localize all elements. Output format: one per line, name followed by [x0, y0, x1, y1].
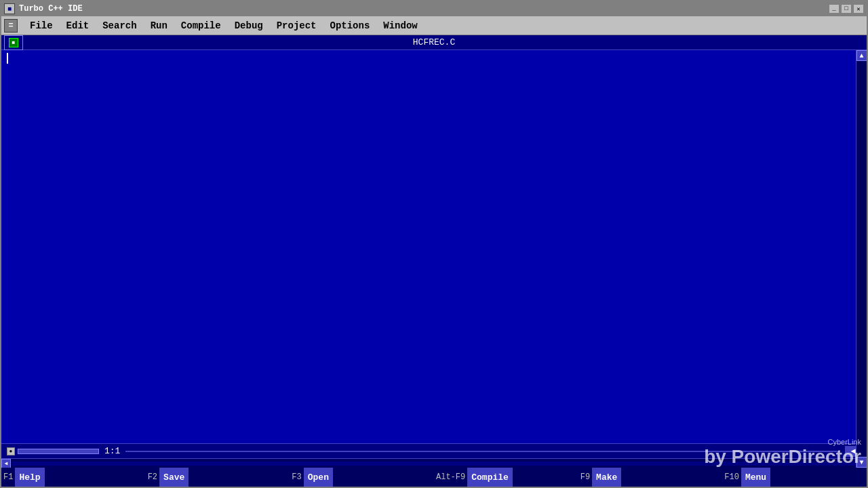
- system-menu-button[interactable]: =: [4, 19, 18, 33]
- status-divider: [125, 451, 840, 452]
- cursor-position: 1:1: [104, 446, 120, 456]
- status-scroll-left[interactable]: ●: [7, 447, 15, 455]
- menu-item-project[interactable]: Project: [270, 19, 323, 33]
- menu-item-compile[interactable]: Compile: [174, 19, 228, 33]
- horizontal-scroll-track[interactable]: [12, 462, 856, 466]
- scroll-left-button[interactable]: ◀: [1, 459, 11, 468]
- fkey-label-save[interactable]: Save: [159, 468, 189, 487]
- fkey-open: F3 Open: [290, 468, 434, 487]
- title-bar: ■ Turbo C++ IDE _ □ ✕: [1, 1, 867, 16]
- function-key-bar: F1 Help F2 Save F3 Open Alt-F9 Compile F…: [1, 468, 867, 487]
- app-title: Turbo C++ IDE: [19, 4, 825, 14]
- file-tab[interactable]: ■: [4, 35, 23, 50]
- fkey-help: F1 Help: [1, 468, 146, 487]
- fkey-label-menu[interactable]: Menu: [741, 468, 770, 487]
- fkey-label-compile[interactable]: Compile: [467, 468, 513, 487]
- menu-bar: = File Edit Search Run Compile Debug Pro…: [1, 16, 867, 35]
- menu-item-options[interactable]: Options: [323, 19, 377, 33]
- scroll-down-button[interactable]: ▼: [856, 457, 867, 468]
- fkey-menu: F10 Menu: [722, 468, 867, 487]
- fkey-num-altf9: Alt-F9: [434, 472, 467, 482]
- tab-icon[interactable]: ■: [9, 38, 18, 47]
- fkey-num-2: F2: [146, 472, 159, 482]
- close-button[interactable]: ✕: [853, 4, 864, 14]
- fkey-num-1: F1: [1, 472, 15, 482]
- fkey-num-3: F3: [290, 472, 303, 482]
- status-bar: ● 1:1 ◀: [1, 443, 867, 458]
- fkey-save: F2 Save: [146, 468, 290, 487]
- tab-title: HCFREC.C: [413, 37, 455, 47]
- cursor-line: [7, 53, 861, 64]
- window-controls: _ □ ✕: [829, 4, 864, 14]
- fkey-num-f9: F9: [578, 472, 592, 482]
- menu-item-run[interactable]: Run: [144, 19, 174, 33]
- maximize-button[interactable]: □: [841, 4, 852, 14]
- right-scrollbar: ▲ ▼: [856, 50, 867, 468]
- menu-item-window[interactable]: Window: [376, 19, 424, 33]
- menu-item-file[interactable]: File: [23, 19, 60, 33]
- text-cursor: [7, 53, 8, 64]
- fkey-label-open[interactable]: Open: [304, 468, 333, 487]
- status-scroll-bar[interactable]: [18, 449, 99, 454]
- menu-item-search[interactable]: Search: [96, 19, 143, 33]
- app-icon[interactable]: ■: [4, 3, 15, 14]
- fkey-compile: Alt-F9 Compile: [434, 468, 578, 487]
- scroll-up-button[interactable]: ▲: [856, 50, 867, 61]
- app-window: ■ Turbo C++ IDE _ □ ✕ = File Edit Search…: [0, 0, 868, 488]
- editor-container: ■ HCFREC.C ▲ ▼ ● 1:1 ◀ ◀: [1, 35, 867, 468]
- fkey-num-f10: F10: [722, 472, 741, 482]
- fkey-label-make[interactable]: Make: [592, 468, 621, 487]
- editor-content[interactable]: [1, 50, 867, 443]
- minimize-button[interactable]: _: [829, 4, 840, 14]
- fkey-label-help[interactable]: Help: [15, 468, 44, 487]
- tab-bar: ■ HCFREC.C: [1, 35, 867, 50]
- menu-item-edit[interactable]: Edit: [60, 19, 96, 33]
- menu-item-debug[interactable]: Debug: [228, 19, 270, 33]
- fkey-make: F9 Make: [578, 468, 723, 487]
- bottom-scrollbar: ◀ ▶: [1, 458, 867, 468]
